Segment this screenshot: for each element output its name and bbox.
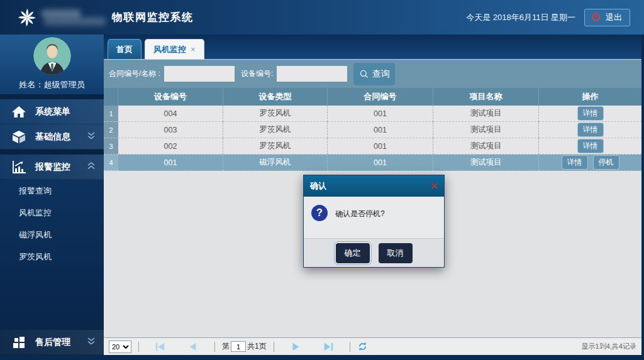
- current-date-text: 今天是 2018年6月11日 星期一: [466, 12, 575, 23]
- sidebar-item-maglev-fan[interactable]: 磁浮风机: [0, 224, 104, 246]
- confirm-dialog: 确认 ✕ ? 确认是否停机? 确定 取消: [303, 175, 445, 268]
- sidebar-item-alarm-query[interactable]: 报警查询: [0, 180, 104, 202]
- cell-device-type: 磁浮风机: [223, 155, 328, 171]
- tab-bar: 首页 风机监控 ×: [104, 35, 641, 60]
- cell-project: 测试项目: [433, 122, 539, 138]
- page-suffix-label: 共1页: [247, 341, 267, 352]
- user-profile: 姓名：超级管理员: [0, 35, 104, 94]
- sidebar-item-basic-info[interactable]: 基础信息: [0, 124, 104, 150]
- column-header: 操作: [539, 88, 641, 106]
- detail-button[interactable]: 详情: [577, 139, 604, 153]
- sidebar-item-roots-fan[interactable]: 罗茨风机: [0, 246, 104, 268]
- cell-device-type: 罗茨风机: [223, 138, 328, 155]
- tab-fan-monitor[interactable]: 风机监控 ×: [145, 39, 204, 59]
- table-row[interactable]: 1 004 罗茨风机 001 测试项目 详情: [104, 106, 641, 122]
- cube-icon: [11, 129, 26, 145]
- cell-contract-no: 001: [328, 138, 433, 155]
- last-page-button[interactable]: [314, 341, 343, 352]
- cell-project: 测试项目: [433, 138, 539, 155]
- sidebar-item-after-sales[interactable]: 售后管理: [0, 330, 104, 355]
- tab-home[interactable]: 首页: [108, 39, 142, 59]
- cell-device-type: 罗茨风机: [223, 122, 328, 138]
- device-number-input[interactable]: [277, 66, 347, 82]
- row-number: 2: [104, 122, 118, 138]
- chevron-double-down-icon: [86, 131, 96, 143]
- tab-label: 首页: [116, 44, 133, 55]
- previous-page-button[interactable]: [179, 341, 208, 352]
- detail-button[interactable]: 详情: [577, 123, 604, 137]
- dialog-close-icon[interactable]: ✕: [430, 181, 438, 191]
- sidebar: 姓名：超级管理员 系统菜单: [0, 35, 104, 355]
- sidebar-item-system-menu[interactable]: 系统菜单: [0, 99, 104, 124]
- record-summary-label: 显示1到4,共4记录: [582, 342, 636, 351]
- app-window: 物联网监控系统 今天是 2018年6月11日 星期一 退出: [0, 0, 644, 360]
- alarm-submenu: 报警查询 风机监控 磁浮风机 罗茨风机: [0, 180, 104, 268]
- detail-button[interactable]: 详情: [577, 106, 604, 121]
- pagination-bar: 20 第 共1页: [104, 337, 641, 355]
- first-page-button[interactable]: [146, 341, 175, 352]
- next-page-button[interactable]: [281, 341, 310, 352]
- search-toolbar: 合同编号/名称 : 设备编号: 查询: [104, 60, 641, 88]
- contract-number-input[interactable]: [164, 66, 235, 82]
- row-number: 3: [104, 138, 118, 155]
- logout-label: 退出: [606, 12, 622, 23]
- table-row[interactable]: 2 003 罗茨风机 001 测试项目 详情: [104, 122, 641, 138]
- dialog-title: 确认: [310, 180, 326, 192]
- page-number-input[interactable]: [231, 341, 246, 352]
- table-header: 设备编号 设备类型 合同编号 项目名称 操作: [104, 88, 641, 106]
- chart-icon: [11, 160, 26, 175]
- detail-button[interactable]: 详情: [562, 155, 588, 170]
- cell-actions: 详情: [539, 106, 641, 122]
- column-header: 合同编号: [328, 88, 433, 106]
- cell-project: 测试项目: [433, 155, 539, 171]
- grid-icon: [11, 335, 26, 350]
- logo-area: [0, 7, 112, 28]
- page-title: 物联网监控系统: [112, 10, 194, 25]
- question-icon: ?: [311, 205, 328, 221]
- contract-field-label: 合同编号/名称 :: [109, 68, 160, 79]
- page-size-select[interactable]: 20: [109, 341, 131, 353]
- column-header: 项目名称: [433, 88, 539, 106]
- sidebar-item-label: 基础信息: [35, 131, 70, 143]
- chevron-double-down-icon: [86, 336, 96, 349]
- cell-actions: 详情: [539, 138, 641, 155]
- sidebar-item-label: 售后管理: [35, 337, 70, 348]
- column-header: 设备编号: [118, 88, 223, 106]
- dialog-footer: 确定 取消: [304, 238, 444, 267]
- logout-button[interactable]: 退出: [584, 9, 630, 26]
- table-row-selected[interactable]: 4 001 磁浮风机 001 测试项目 详情 停机: [104, 155, 641, 171]
- home-icon: [11, 104, 26, 119]
- cell-device-no: 004: [118, 106, 223, 122]
- table-row[interactable]: 3 002 罗茨风机 001 测试项目 详情: [104, 138, 641, 155]
- cell-actions: 详情: [539, 122, 641, 138]
- confirm-button[interactable]: 确定: [336, 243, 370, 263]
- row-number: 1: [104, 106, 118, 122]
- sidebar-nav: 系统菜单 基础信息: [0, 94, 104, 355]
- dialog-title-bar[interactable]: 确认 ✕: [304, 175, 444, 197]
- dialog-body: ? 确认是否停机?: [304, 197, 444, 238]
- sidebar-item-alarm-monitor[interactable]: 报警监控: [0, 155, 104, 180]
- cell-device-no: 001: [118, 155, 223, 171]
- refresh-icon[interactable]: [357, 341, 368, 352]
- cell-device-no: 002: [118, 138, 223, 155]
- cell-contract-no: 001: [328, 122, 433, 138]
- stop-machine-button[interactable]: 停机: [593, 155, 619, 170]
- pinwheel-logo-icon: [16, 7, 38, 28]
- cell-contract-no: 001: [328, 106, 433, 122]
- window-right-edge: [641, 35, 644, 355]
- page-prefix-label: 第: [222, 341, 230, 352]
- sidebar-item-label: 报警监控: [35, 161, 70, 173]
- sidebar-item-fan-monitor[interactable]: 风机监控: [0, 202, 104, 224]
- cell-device-type: 罗茨风机: [223, 106, 328, 122]
- window-bottom-edge: [0, 355, 644, 360]
- blurred-company-name: [42, 8, 108, 27]
- search-button-label: 查询: [372, 68, 390, 80]
- row-number-header: [104, 88, 118, 106]
- search-button[interactable]: 查询: [353, 63, 395, 85]
- cancel-button[interactable]: 取消: [379, 243, 413, 263]
- search-icon: [359, 69, 369, 79]
- tab-close-icon[interactable]: ×: [191, 45, 196, 54]
- cell-device-no: 003: [118, 122, 223, 138]
- sidebar-item-label: 系统菜单: [35, 106, 70, 117]
- avatar: [33, 37, 71, 75]
